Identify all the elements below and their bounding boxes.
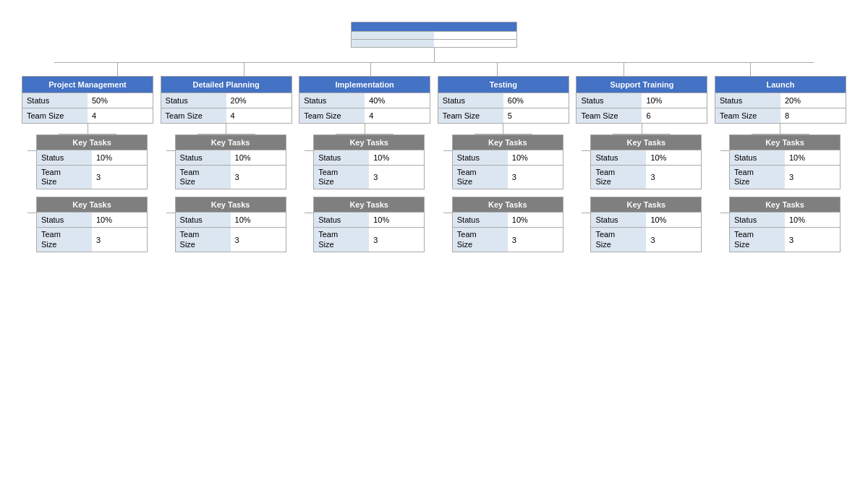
task-team-label-2-0: TeamSize bbox=[314, 166, 369, 189]
task-box-0-0: Key TasksStatus10%TeamSize3 bbox=[36, 134, 148, 189]
col-phase-2: ImplementationStatus40%Team Size4Key Tas… bbox=[299, 76, 430, 252]
col-phase-4: Support TrainingStatus10%Team Size6Key T… bbox=[576, 76, 707, 252]
task-status-label-2-1: Status bbox=[314, 213, 369, 227]
task-conn-1-0: Key TasksStatus10%TeamSize3 bbox=[166, 134, 286, 189]
task-conn-0-1: Key TasksStatus10%TeamSize3 bbox=[27, 197, 148, 252]
task-box-1-0: Key TasksStatus10%TeamSize3 bbox=[175, 134, 286, 189]
col-phase-1: Detailed PlanningStatus20%Team Size4Key … bbox=[161, 76, 292, 252]
task-horiz-connector-5-0 bbox=[720, 150, 729, 151]
task-status-label-5-0: Status bbox=[730, 150, 785, 165]
phase-team-label-1: Team Size bbox=[161, 108, 226, 123]
task-team-label-0-0: TeamSize bbox=[37, 166, 92, 189]
task-box-1-1: Key TasksStatus10%TeamSize3 bbox=[175, 197, 286, 252]
task-conn-3-0: Key TasksStatus10%TeamSize3 bbox=[443, 134, 563, 189]
task-status-label-1-1: Status bbox=[176, 213, 231, 227]
task-status-label-4-1: Status bbox=[591, 213, 646, 227]
task-team-row-2-0: TeamSize3 bbox=[314, 165, 424, 189]
task-box-5-1: Key TasksStatus10%TeamSize3 bbox=[729, 197, 841, 252]
task-team-row-4-0: TeamSize3 bbox=[591, 165, 701, 189]
task-team-row-1-0: TeamSize3 bbox=[176, 165, 286, 189]
phase-team-row-3: Team Size5 bbox=[438, 108, 569, 123]
phase-status-value-5: 20% bbox=[780, 93, 846, 108]
task-horiz-connector-2-1 bbox=[305, 213, 313, 213]
task-team-row-1-1: TeamSize3 bbox=[176, 227, 286, 251]
task-horiz-connector-3-1 bbox=[443, 213, 452, 213]
task-left-connector-2-1 bbox=[305, 197, 313, 213]
task-team-value-3-0: 3 bbox=[508, 166, 563, 189]
task-status-label-0-0: Status bbox=[37, 150, 92, 165]
phase-team-label-3: Team Size bbox=[438, 108, 503, 123]
task-status-row-0-0: Status10% bbox=[37, 150, 147, 165]
task-conn-1-1: Key TasksStatus10%TeamSize3 bbox=[166, 197, 286, 252]
task-left-connector-1-1 bbox=[166, 197, 175, 213]
phase-vert-line-3 bbox=[503, 124, 503, 134]
phase-team-label-0: Team Size bbox=[22, 108, 88, 123]
task-box-4-0: Key TasksStatus10%TeamSize3 bbox=[590, 134, 702, 189]
task-status-label-4-0: Status bbox=[591, 150, 646, 165]
task-team-label-3-1: TeamSize bbox=[453, 228, 508, 251]
task-team-value-2-1: 3 bbox=[369, 228, 424, 251]
task-title-0-1: Key Tasks bbox=[37, 197, 147, 212]
root-status-row bbox=[352, 31, 516, 39]
phase-team-row-4: Team Size6 bbox=[576, 108, 707, 123]
phase-box-3: TestingStatus60%Team Size5 bbox=[438, 76, 569, 124]
task-box-3-1: Key TasksStatus10%TeamSize3 bbox=[452, 197, 563, 252]
task-team-value-4-0: 3 bbox=[646, 166, 701, 189]
col-phase-3: TestingStatus60%Team Size5Key TasksStatu… bbox=[438, 76, 569, 252]
task-team-value-0-1: 3 bbox=[92, 228, 147, 251]
task-status-row-4-1: Status10% bbox=[591, 212, 701, 227]
task-status-value-5-0: 10% bbox=[785, 150, 840, 165]
task-box-0-1: Key TasksStatus10%TeamSize3 bbox=[36, 197, 148, 252]
task-conn-4-0: Key TasksStatus10%TeamSize3 bbox=[582, 134, 702, 189]
task-status-value-1-1: 10% bbox=[231, 213, 286, 227]
task-team-label-3-0: TeamSize bbox=[453, 166, 508, 189]
task-title-5-1: Key Tasks bbox=[730, 197, 840, 212]
tasks-container-2: Key TasksStatus10%TeamSize3Key TasksStat… bbox=[299, 134, 430, 252]
task-horiz-connector-3-0 bbox=[443, 150, 452, 151]
task-team-label-4-0: TeamSize bbox=[591, 166, 646, 189]
phase-title-5: Launch bbox=[715, 77, 846, 93]
phase-team-value-2: 4 bbox=[365, 108, 430, 123]
phase-box-4: Support TrainingStatus10%Team Size6 bbox=[576, 76, 707, 124]
phase-team-label-2: Team Size bbox=[299, 108, 365, 123]
task-horiz-connector-1-0 bbox=[166, 150, 175, 151]
phase-status-value-1: 20% bbox=[226, 93, 292, 108]
task-status-row-4-0: Status10% bbox=[591, 150, 701, 165]
task-status-row-1-1: Status10% bbox=[176, 212, 286, 227]
root-team-value bbox=[434, 40, 516, 47]
phase-status-label-5: Status bbox=[715, 93, 780, 108]
phase-status-label-3: Status bbox=[438, 93, 503, 108]
columns: Project ManagementStatus50%Team Size4Key… bbox=[14, 76, 854, 252]
phase-title-1: Detailed Planning bbox=[161, 77, 292, 93]
task-conn-2-1: Key TasksStatus10%TeamSize3 bbox=[305, 197, 425, 252]
task-status-value-4-1: 10% bbox=[646, 213, 701, 227]
task-status-row-2-1: Status10% bbox=[314, 212, 424, 227]
task-left-connector-1-0 bbox=[166, 134, 175, 151]
phase-status-value-4: 10% bbox=[642, 93, 707, 108]
task-team-row-0-0: TeamSize3 bbox=[37, 165, 147, 189]
phase-status-label-2: Status bbox=[299, 93, 365, 108]
phase-vert-line-0 bbox=[88, 124, 88, 134]
phase-team-value-0: 4 bbox=[88, 108, 153, 123]
task-horiz-connector-1-1 bbox=[166, 213, 175, 213]
task-title-5-0: Key Tasks bbox=[730, 135, 840, 150]
task-box-2-1: Key TasksStatus10%TeamSize3 bbox=[313, 197, 425, 252]
task-conn-4-1: Key TasksStatus10%TeamSize3 bbox=[582, 197, 702, 252]
tasks-container-4: Key TasksStatus10%TeamSize3Key TasksStat… bbox=[576, 134, 707, 252]
task-status-row-3-0: Status10% bbox=[453, 150, 563, 165]
task-title-3-1: Key Tasks bbox=[453, 197, 563, 212]
phase-team-value-3: 5 bbox=[503, 108, 569, 123]
task-left-connector-3-0 bbox=[443, 134, 452, 151]
phase-status-row-2: Status40% bbox=[299, 93, 430, 108]
branch-line-4 bbox=[497, 63, 498, 76]
phase-vert-line-4 bbox=[642, 124, 642, 134]
task-status-label-3-0: Status bbox=[453, 150, 508, 165]
tasks-container-3: Key TasksStatus10%TeamSize3Key TasksStat… bbox=[438, 134, 569, 252]
task-conn-0-0: Key TasksStatus10%TeamSize3 bbox=[27, 134, 148, 189]
task-status-row-0-1: Status10% bbox=[37, 212, 147, 227]
phase-status-value-0: 50% bbox=[88, 93, 153, 108]
task-status-row-2-0: Status10% bbox=[314, 150, 424, 165]
phase-title-3: Testing bbox=[438, 77, 569, 93]
phase-box-5: LaunchStatus20%Team Size8 bbox=[715, 76, 846, 124]
phase-team-label-4: Team Size bbox=[576, 108, 642, 123]
